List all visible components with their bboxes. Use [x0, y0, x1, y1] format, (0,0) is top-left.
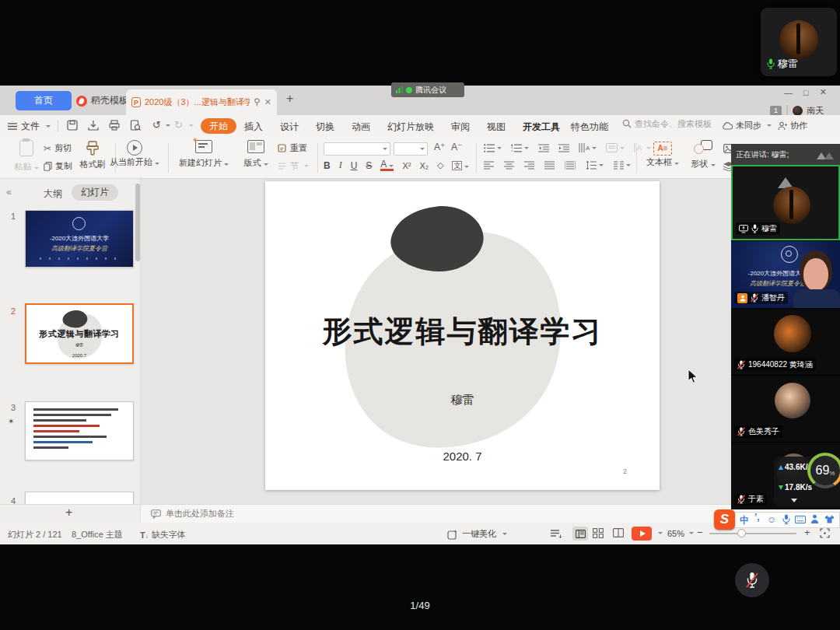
text-direction-icon[interactable]: A [579, 143, 597, 152]
menu-tab-review[interactable]: 审阅 [451, 121, 470, 134]
strikethrough-button[interactable]: S [366, 160, 372, 171]
superscript-button[interactable]: X² [402, 161, 411, 170]
sogou-logo-icon[interactable]: S [714, 509, 735, 530]
save-icon[interactable] [67, 120, 78, 131]
cut-button[interactable]: ✂ 剪切 [44, 142, 72, 154]
widget-collapse-icon[interactable] [791, 499, 797, 502]
menu-tab-design[interactable]: 设计 [280, 121, 299, 134]
animation-star-icon[interactable]: ✶ [8, 417, 14, 425]
redo-button[interactable]: ↻ [174, 119, 183, 131]
print-icon[interactable] [109, 120, 120, 131]
menu-tab-slideshow[interactable]: 幻灯片放映 [387, 121, 434, 134]
bullet-list-icon[interactable] [484, 144, 502, 152]
menu-tab-devtools[interactable]: 开发工具 [523, 121, 560, 134]
voice-input-icon[interactable] [782, 514, 790, 524]
underline-button[interactable]: U [351, 160, 358, 171]
user-avatar[interactable] [793, 106, 803, 116]
slide-1-thumbnail[interactable]: -2020大连外国语大学 高级翻译学院夏令营 [25, 210, 134, 268]
mic-muted-button[interactable] [735, 563, 769, 597]
subscript-button[interactable]: X₂ [419, 161, 429, 170]
toolbox-person-icon[interactable] [810, 514, 819, 523]
meeting-titlebar-pill[interactable]: 腾讯会议 [391, 82, 464, 97]
paste-button[interactable]: 粘贴 [11, 140, 42, 173]
section-button[interactable]: 节 [277, 160, 309, 172]
decrease-indent-icon[interactable] [538, 144, 549, 152]
punctuation-button[interactable]: ’, [754, 512, 760, 523]
participant-tile-semeixiuzi[interactable]: 色美秀子 [731, 376, 840, 442]
menu-tab-insert[interactable]: 插入 [244, 121, 263, 134]
tab-document[interactable]: P 2020级（3）...逻辑与翻译学习 ✕ [126, 89, 277, 115]
align-text-box-icon[interactable] [606, 143, 625, 152]
redo-dropdown-icon[interactable] [189, 124, 194, 127]
menu-tab-view[interactable]: 视图 [487, 121, 506, 134]
phonetic-guide-button[interactable]: 文 [452, 159, 469, 171]
participant-tile-huangqihan[interactable]: 196440822 黄琦涵 [731, 309, 840, 375]
align-right-icon[interactable] [524, 161, 534, 170]
zoom-level[interactable]: 65% [667, 529, 684, 538]
beautify-button[interactable]: 一键美化 [447, 528, 507, 540]
menu-tab-active[interactable]: 开始 [201, 118, 236, 134]
bold-button[interactable]: B [324, 160, 331, 171]
slide-dark-blob[interactable] [383, 203, 494, 279]
shapes-button[interactable]: 形状 [686, 140, 720, 170]
notes-toggle-icon[interactable] [551, 530, 562, 538]
play-from-current-button[interactable]: 从当前开始 [106, 140, 163, 168]
decrease-font-button[interactable]: A⁻ [451, 142, 462, 152]
menu-tab-features[interactable]: 特色功能 [571, 121, 608, 134]
pin-icon[interactable] [254, 98, 261, 107]
slideshow-play-button[interactable] [632, 527, 652, 541]
line-spacing-icon[interactable] [586, 161, 604, 170]
search-input[interactable] [635, 119, 720, 128]
sync-status[interactable]: 未同步 [722, 120, 772, 131]
clear-format-icon[interactable]: ◇ [437, 160, 443, 170]
reset-button[interactable]: 重置 [277, 142, 307, 154]
tab-home[interactable]: 首页 [16, 91, 72, 110]
slide-3-thumbnail[interactable] [25, 401, 134, 460]
collapse-panel-icon[interactable]: « [6, 187, 12, 198]
participant-tile-yusu[interactable]: 于素 43.6K/s 17.8K/s 69% [731, 443, 840, 509]
floating-speaker-video[interactable]: 穆雷 [761, 8, 837, 76]
play-options-icon[interactable] [658, 532, 663, 534]
slide-2-thumbnail[interactable]: 形式逻辑与翻译学习 穆雷 2020.7 [25, 303, 134, 364]
font-name-select[interactable] [324, 142, 390, 156]
new-tab-button[interactable]: + [286, 92, 293, 106]
slide-sorter-view-button[interactable] [593, 528, 604, 538]
increase-indent-icon[interactable] [558, 144, 569, 152]
slide-author[interactable]: 穆雷 [265, 393, 660, 408]
zoom-out-button[interactable]: − [697, 527, 703, 538]
panel-scrollbar[interactable] [135, 184, 140, 261]
outline-tab[interactable]: 大纲 [44, 187, 62, 201]
missing-font-indicator[interactable]: T↓ 缺失字体 [140, 529, 186, 541]
copy-button[interactable]: 复制 [44, 160, 72, 172]
zoom-slider-knob[interactable] [737, 529, 746, 537]
keyboard-icon[interactable] [795, 516, 806, 523]
message-count-badge[interactable]: 1 [770, 106, 782, 116]
align-left-icon[interactable] [484, 161, 494, 170]
format-painter-button[interactable]: 格式刷 [76, 140, 109, 170]
text-box-button[interactable]: A≡ 文本框 [642, 140, 683, 168]
slide-title[interactable]: 形式逻辑与翻译学习 [265, 312, 660, 352]
chinese-mode-button[interactable]: 中 [740, 514, 749, 527]
align-justify-icon[interactable] [544, 161, 555, 170]
normal-view-button[interactable] [572, 527, 588, 541]
participant-tile-panzhidan[interactable]: -2020大连外国语大学 高级翻译学院夏令营 潘智丹 [731, 241, 840, 308]
export-icon[interactable] [88, 120, 99, 131]
undo-button[interactable]: ↺ [152, 119, 161, 131]
undo-dropdown-icon[interactable] [166, 124, 170, 127]
slide-4-thumbnail[interactable] [25, 492, 134, 504]
numbered-list-icon[interactable] [511, 144, 529, 152]
reading-view-button[interactable] [613, 528, 624, 537]
font-color-button[interactable]: A [380, 160, 394, 171]
italic-button[interactable]: I [339, 159, 342, 171]
increase-font-button[interactable]: A⁺ [434, 142, 445, 152]
font-size-select[interactable] [394, 142, 428, 156]
theme-name[interactable]: 8_Office 主题 [72, 529, 123, 541]
slide[interactable]: 形式逻辑与翻译学习 穆雷 2020. 7 2 [265, 181, 660, 490]
slide-date[interactable]: 2020. 7 [265, 450, 660, 463]
new-slide-button[interactable]: ✶ 新建幻灯片 [173, 140, 235, 169]
collaborate-button[interactable]: 协作 [778, 120, 807, 131]
columns-icon[interactable] [614, 161, 631, 170]
menu-tab-animation[interactable]: 动画 [352, 121, 370, 134]
window-close-button[interactable]: ✕ [820, 87, 827, 97]
participant-tile-muleil[interactable]: 穆雷 [731, 165, 840, 240]
